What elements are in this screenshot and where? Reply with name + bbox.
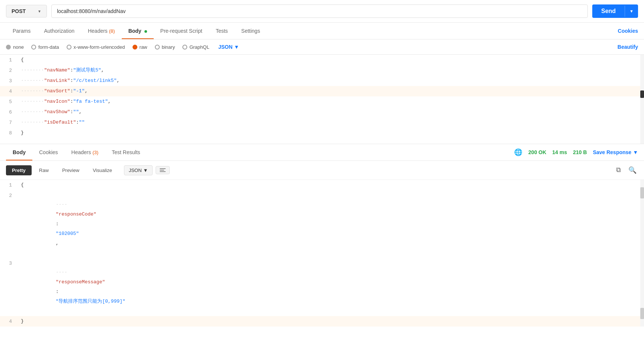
radio-urlencoded[interactable]: x-www-form-urlencoded bbox=[67, 44, 125, 50]
search-icon[interactable]: 🔍 bbox=[627, 165, 638, 176]
send-button[interactable]: Send ▼ bbox=[592, 4, 638, 18]
response-headers-badge: (3) bbox=[92, 150, 98, 155]
table-row: 2 ···· "responseCode" : "102005" , bbox=[0, 190, 644, 258]
line-content[interactable]: ········"navIcon":"fa fa-test", bbox=[18, 96, 644, 107]
request-body-editor[interactable]: 1 { 2 ········"navName":"测试导航5", 3 ·····… bbox=[0, 55, 644, 144]
json-type-chevron-icon: ▼ bbox=[234, 44, 239, 50]
save-response-chevron-icon: ▼ bbox=[633, 149, 638, 155]
format-tab-pretty[interactable]: Pretty bbox=[6, 165, 32, 175]
line-content[interactable]: } bbox=[18, 316, 644, 327]
response-tabs-bar: Body Cookies Headers (3) Test Results 🌐 … bbox=[0, 144, 644, 161]
tab-body[interactable]: Body bbox=[122, 23, 154, 39]
line-number: 3 bbox=[0, 258, 18, 316]
radio-form-data[interactable]: form-data bbox=[31, 44, 59, 50]
tab-settings[interactable]: Settings bbox=[235, 23, 267, 39]
format-tab-preview[interactable]: Preview bbox=[56, 165, 85, 175]
status-code: 200 OK bbox=[528, 149, 546, 155]
radio-graphql[interactable]: GraphQL bbox=[182, 44, 209, 50]
line-content[interactable]: ········"navLink":"/c/test/link5", bbox=[18, 76, 644, 86]
tab-pre-request-script[interactable]: Pre-request Script bbox=[154, 23, 209, 39]
line-number: 4 bbox=[0, 316, 18, 327]
tab-tests[interactable]: Tests bbox=[209, 23, 235, 39]
line-number: 2 bbox=[0, 190, 18, 258]
tab-params[interactable]: Params bbox=[6, 23, 37, 39]
response-scrollbar-thumb-top[interactable] bbox=[640, 187, 644, 198]
radio-raw[interactable]: raw bbox=[133, 44, 147, 50]
line-content[interactable]: ········"navSort":"-1", bbox=[18, 86, 644, 96]
method-select[interactable]: POST ▼ bbox=[6, 5, 47, 17]
url-input[interactable] bbox=[51, 4, 588, 18]
headers-badge: (8) bbox=[109, 28, 115, 34]
tab-headers[interactable]: Headers (8) bbox=[81, 23, 122, 39]
table-row: 5 ········"navIcon":"fa fa-test", bbox=[0, 96, 644, 107]
method-label: POST bbox=[12, 8, 26, 14]
wrap-line-3 bbox=[160, 171, 166, 172]
radio-circle-form-data bbox=[31, 45, 36, 50]
tab-authorization[interactable]: Authorization bbox=[37, 23, 81, 39]
editor-scrollbar-thumb[interactable] bbox=[640, 90, 644, 98]
response-section: Body Cookies Headers (3) Test Results 🌐 … bbox=[0, 144, 644, 327]
radio-circle-urlencoded bbox=[67, 45, 71, 50]
line-content[interactable]: { bbox=[18, 180, 644, 190]
top-bar: POST ▼ Send ▼ bbox=[0, 0, 644, 23]
wrap-lines-icon bbox=[160, 168, 166, 172]
table-row: 2 ········"navName":"测试导航5", bbox=[0, 65, 644, 76]
table-row: 3 ···· "responseMessage" : "导航排序范围只能为[0,… bbox=[0, 258, 644, 316]
table-row: 6 ········"navShow":"", bbox=[0, 107, 644, 117]
cookies-link[interactable]: Cookies bbox=[618, 28, 638, 34]
line-number: 4 bbox=[0, 86, 18, 96]
beautify-button[interactable]: Beautify bbox=[618, 44, 638, 50]
response-tab-headers[interactable]: Headers (3) bbox=[65, 144, 105, 160]
wrap-line-2 bbox=[160, 170, 164, 171]
globe-icon: 🌐 bbox=[514, 148, 522, 156]
send-arrow-icon[interactable]: ▼ bbox=[625, 6, 638, 17]
response-scrollbar-thumb-bottom[interactable] bbox=[640, 308, 644, 319]
line-content[interactable]: ···· "responseMessage" : "导航排序范围只能为[0,99… bbox=[18, 258, 644, 316]
table-row: 3 ········"navLink":"/c/test/link5", bbox=[0, 76, 644, 86]
radio-circle-binary bbox=[155, 45, 160, 50]
response-code-area[interactable]: 1 { 2 ···· "responseCode" : "102005" , 3 bbox=[0, 180, 644, 327]
line-number: 8 bbox=[0, 128, 18, 138]
editor-table: 1 { 2 ········"navName":"测试导航5", 3 ·····… bbox=[0, 55, 644, 138]
radio-none[interactable]: none bbox=[6, 44, 24, 50]
line-content[interactable]: ········"isDefault":"" bbox=[18, 117, 644, 128]
response-status-area: 🌐 200 OK 14 ms 210 B Save Response ▼ bbox=[514, 148, 638, 156]
response-scrollbar-track[interactable] bbox=[640, 180, 644, 327]
response-tab-cookies[interactable]: Cookies bbox=[32, 144, 65, 160]
radio-circle-none bbox=[6, 45, 11, 50]
radio-label-none: none bbox=[13, 44, 24, 50]
format-tab-visualize[interactable]: Visualize bbox=[87, 165, 118, 175]
wrap-button[interactable] bbox=[156, 166, 170, 174]
response-tab-body[interactable]: Body bbox=[6, 144, 32, 160]
line-content[interactable]: } bbox=[18, 128, 644, 138]
line-number: 1 bbox=[0, 55, 18, 65]
line-number: 5 bbox=[0, 96, 18, 107]
table-row: 8 } bbox=[0, 128, 644, 138]
line-number: 3 bbox=[0, 76, 18, 86]
line-number: 2 bbox=[0, 65, 18, 76]
line-content[interactable]: ···· "responseCode" : "102005" , bbox=[18, 190, 644, 258]
radio-binary[interactable]: binary bbox=[155, 44, 175, 50]
radio-circle-raw bbox=[133, 45, 137, 50]
line-content[interactable]: { bbox=[18, 55, 644, 65]
response-type-dropdown[interactable]: JSON ▼ bbox=[124, 165, 153, 175]
response-actions: ⧉ 🔍 bbox=[615, 165, 638, 176]
line-content[interactable]: ········"navName":"测试导航5", bbox=[18, 65, 644, 76]
copy-icon[interactable]: ⧉ bbox=[615, 165, 622, 176]
format-tab-raw[interactable]: Raw bbox=[33, 165, 55, 175]
radio-label-binary: binary bbox=[162, 44, 175, 50]
response-editor-table: 1 { 2 ···· "responseCode" : "102005" , 3 bbox=[0, 180, 644, 327]
editor-scrollbar-track[interactable] bbox=[640, 55, 644, 144]
line-content[interactable]: ········"navShow":"", bbox=[18, 107, 644, 117]
json-type-dropdown[interactable]: JSON ▼ bbox=[218, 44, 239, 50]
line-number: 6 bbox=[0, 107, 18, 117]
table-row: 1 { bbox=[0, 55, 644, 65]
body-type-bar: none form-data x-www-form-urlencoded raw… bbox=[0, 39, 644, 55]
table-row: 1 { bbox=[0, 180, 644, 190]
body-dot-indicator bbox=[144, 30, 147, 33]
save-response-button[interactable]: Save Response ▼ bbox=[593, 149, 638, 155]
table-row: 4 ········"navSort":"-1", bbox=[0, 86, 644, 96]
line-number: 1 bbox=[0, 180, 18, 190]
line-number: 7 bbox=[0, 117, 18, 128]
response-tab-test-results[interactable]: Test Results bbox=[105, 144, 147, 160]
